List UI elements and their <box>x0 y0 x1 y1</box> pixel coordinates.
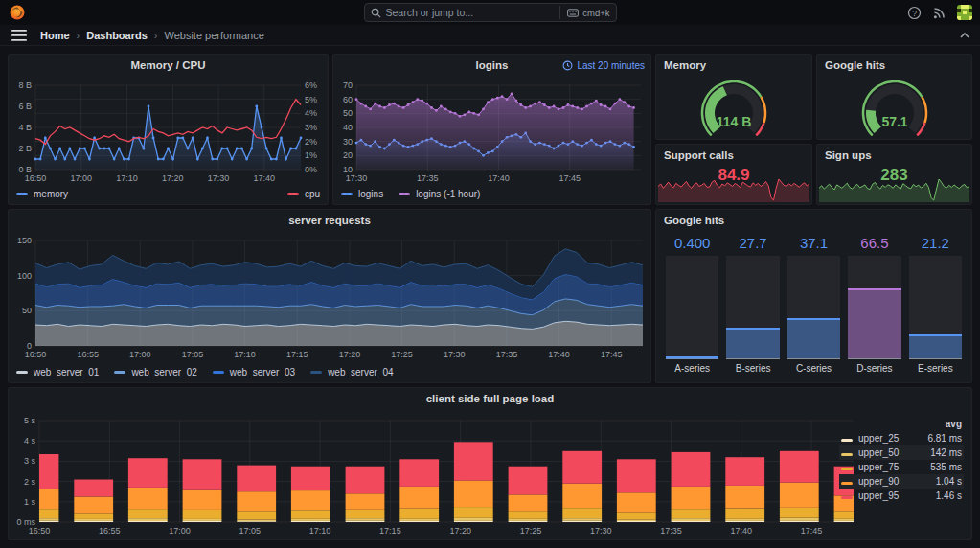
legend-swatch <box>841 468 853 470</box>
legend-header-avg[interactable]: avg <box>914 419 962 429</box>
panel-title[interactable]: logins Last 20 minutes <box>333 55 650 76</box>
y-tick-label: 4 B <box>18 123 32 132</box>
y-tick-label: 1 s <box>24 497 36 507</box>
panel-title-text: server requests <box>288 215 371 226</box>
x-tick-label: 17:00 <box>70 173 92 183</box>
y-tick-label: 0% <box>305 165 317 174</box>
support-calls-sparkline[interactable] <box>658 177 809 202</box>
x-tick-label: 17:20 <box>449 526 471 536</box>
panel-google-hits-bars: Google hits 0.400A-series27.7B-series37.… <box>655 209 972 383</box>
y-tick-label: 60 <box>343 95 353 104</box>
legend-item-memory[interactable]: memory <box>16 189 68 199</box>
legend-label: upper_75 <box>858 462 914 472</box>
legend-avg-value: 1.04 s <box>914 476 962 487</box>
legend-item-web-server-04[interactable]: web_server_04 <box>310 367 393 377</box>
search-input[interactable]: Search or jump to... cmd+k <box>364 3 617 22</box>
bar-gauge-track <box>909 256 962 359</box>
x-tick-label: 17:15 <box>379 526 401 536</box>
bar-gauge-fill-top <box>848 288 900 290</box>
breadcrumb-home[interactable]: Home <box>40 30 70 41</box>
legend-item-web-server-03[interactable]: web_server_03 <box>213 367 295 377</box>
x-tick-label: 16:55 <box>99 526 121 536</box>
bar-gauge-column-a-series[interactable]: 0.400A-series <box>666 235 718 375</box>
y-tick-label: 0 ms <box>16 517 35 527</box>
legend-label: logins (-1 hour) <box>416 189 480 199</box>
panel-title[interactable]: Google hits <box>817 55 971 76</box>
server-requests-chart[interactable]: 16:5016:5517:0017:0517:1017:1517:2017:25… <box>11 233 650 361</box>
legend-row-upper_25[interactable]: upper_256.81 ms <box>839 431 964 445</box>
legend-item-logins[interactable]: logins <box>341 189 383 199</box>
bar-gauge-value: 27.7 <box>726 235 779 256</box>
memory-cpu-chart[interactable]: 16:5017:0017:1017:2017:3017:400 B2 B4 B6… <box>11 78 328 185</box>
bar-gauge-label: B-series <box>726 359 779 375</box>
panel-title-text: Memory <box>664 59 706 71</box>
panel-title[interactable]: Memory <box>656 55 811 76</box>
sign-ups-sparkline[interactable] <box>819 177 969 202</box>
legend-item-web-server-01[interactable]: web_server_01 <box>16 367 99 377</box>
x-tick-label: 17:35 <box>496 350 518 359</box>
legend-swatch <box>841 439 853 442</box>
y-tick-label: 5 s <box>24 416 36 425</box>
legend-swatch <box>114 371 125 374</box>
y-tick-label: 20 <box>343 150 353 160</box>
search-placeholder: Search or jump to... <box>386 7 560 18</box>
legend-label: upper_90 <box>858 476 914 487</box>
panel-page-load: client side full page load 16:5016:5517:… <box>8 387 972 540</box>
bar-gauge-column-e-series[interactable]: 21.2E-series <box>909 235 962 375</box>
legend-swatch <box>841 482 853 485</box>
bar-gauge-fill <box>726 330 779 358</box>
bar-gauge-column-b-series[interactable]: 27.7B-series <box>726 235 779 375</box>
y-tick-label: 30 <box>343 137 353 147</box>
news-rss-icon[interactable] <box>932 6 946 20</box>
page-load-chart[interactable]: 16:5016:5517:0017:0517:1017:1517:2017:25… <box>11 411 857 537</box>
panel-title[interactable]: client side full page load <box>9 388 971 409</box>
panel-title[interactable]: Sign ups <box>817 145 971 166</box>
bar-gauge-label: A-series <box>666 359 718 375</box>
x-tick-label: 17:15 <box>286 350 308 359</box>
keyboard-icon <box>567 9 579 17</box>
panel-title-text: logins <box>476 59 509 71</box>
panel-title-text: client side full page load <box>426 393 555 404</box>
legend-item-cpu[interactable]: cpu <box>287 189 320 199</box>
x-tick-label: 17:35 <box>660 526 682 536</box>
legend-swatch <box>341 193 353 195</box>
google-hits-gauge[interactable]: 57.1 <box>837 77 952 138</box>
y-tick-label: 40 <box>343 123 353 132</box>
legend-item-web-server-02[interactable]: web_server_02 <box>114 367 196 377</box>
y-tick-label: 2% <box>305 137 317 147</box>
legend-row-upper_90[interactable]: upper_901.04 s <box>839 474 964 489</box>
time-range-indicator[interactable]: Last 20 minutes <box>562 55 645 76</box>
y-tick-label: 1% <box>305 150 317 160</box>
bar-gauge-label: C-series <box>787 359 840 375</box>
chevron-up-icon[interactable] <box>959 30 970 41</box>
legend-swatch <box>841 496 853 499</box>
panel-title[interactable]: server requests <box>9 210 650 231</box>
breadcrumb-separator: › <box>154 30 158 41</box>
bar-gauge-track <box>666 256 718 359</box>
logins-chart[interactable]: 17:3017:3517:4017:4510203040506070 <box>335 78 650 185</box>
legend-row-upper_50[interactable]: upper_50142 ms <box>839 445 964 460</box>
breadcrumb-dashboards[interactable]: Dashboards <box>86 30 148 41</box>
y-tick-label: 4 s <box>24 436 36 445</box>
legend-row-upper_95[interactable]: upper_951.46 s <box>839 489 964 503</box>
x-tick-label: 16:55 <box>77 350 99 359</box>
legend-item-logins-1-hour-[interactable]: logins (-1 hour) <box>399 189 480 199</box>
bar-gauge-column-c-series[interactable]: 37.1C-series <box>787 235 840 375</box>
panel-title-text: Support calls <box>664 149 734 161</box>
panel-title[interactable]: Memory / CPU <box>9 55 328 76</box>
x-tick-label: 17:05 <box>239 526 262 536</box>
help-icon[interactable]: ? <box>907 6 922 20</box>
memory-gauge[interactable]: 114 B <box>676 77 791 138</box>
bar-gauge-column-d-series[interactable]: 66.5D-series <box>848 235 900 375</box>
legend-label: web_server_03 <box>230 367 295 377</box>
menu-icon[interactable] <box>11 30 27 41</box>
grafana-logo-icon[interactable] <box>9 4 26 21</box>
google-hits-bar-gauge[interactable]: 0.400A-series27.7B-series37.1C-series66.… <box>666 235 962 375</box>
user-avatar[interactable] <box>957 5 972 20</box>
legend-swatch <box>287 193 299 195</box>
panel-title[interactable]: Support calls <box>656 145 811 166</box>
panel-title[interactable]: Google hits <box>656 210 971 231</box>
legend-row-upper_75[interactable]: upper_75535 ms <box>839 460 964 474</box>
panel-title-text: Google hits <box>664 215 724 226</box>
bar-gauge-label: D-series <box>848 359 900 375</box>
